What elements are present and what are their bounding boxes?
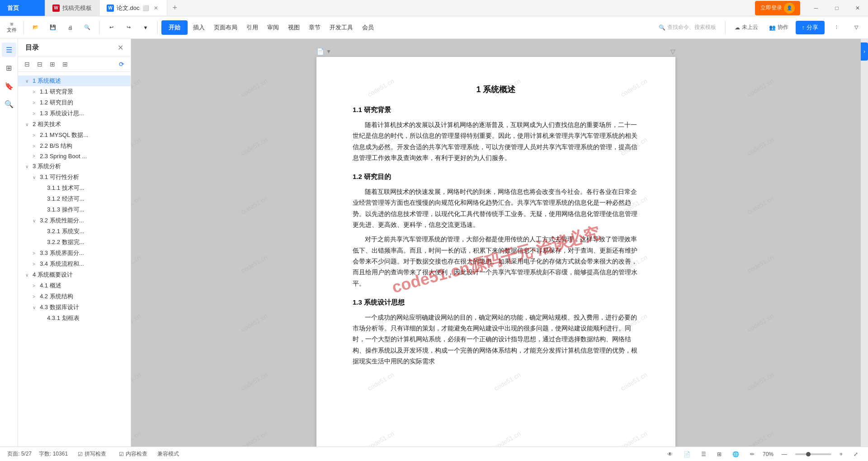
- toc-item[interactable]: >4.2 系统结构: [18, 291, 131, 302]
- toc-item-label: 1.2 研究目的: [40, 99, 127, 107]
- toolbar-save[interactable]: 💾: [45, 19, 61, 37]
- toolbar-print[interactable]: 🖨: [62, 19, 78, 37]
- zoom-slider[interactable]: [795, 453, 831, 455]
- menu-review[interactable]: 审阅: [264, 19, 283, 37]
- toc-arrow-icon: >: [33, 251, 40, 256]
- toc-item[interactable]: ∨4 系统概要设计: [18, 269, 131, 280]
- doc-area[interactable]: code51.cncode51.cncode51.cncode51.cncode…: [131, 39, 861, 447]
- collab-btn[interactable]: 👥 协作: [765, 22, 792, 33]
- view-page-icon: 📄: [684, 451, 690, 457]
- toolbar-preview[interactable]: 🔍: [79, 19, 95, 37]
- toc-item[interactable]: 4.3.1 划框表: [18, 313, 131, 324]
- share-button[interactable]: ↑ 分享: [796, 21, 825, 34]
- spell-check-btn[interactable]: ☑ 拼写检查: [75, 449, 109, 459]
- view-eye-btn[interactable]: 👁: [665, 450, 675, 458]
- doc-tab-close[interactable]: ⬜: [142, 5, 150, 12]
- toc-item[interactable]: >2.2 B/S 结构: [18, 141, 131, 151]
- view-web-btn[interactable]: 🌐: [730, 450, 742, 458]
- sidebar-nav-btn[interactable]: ⊞: [2, 61, 16, 75]
- toc-collapse[interactable]: ⊟: [34, 59, 45, 70]
- toolbar-more[interactable]: ▼: [137, 19, 154, 37]
- toc-item-label: 3.2.2 数据完...: [47, 238, 127, 246]
- doc-expand-btn[interactable]: ▼: [326, 48, 331, 55]
- toc-item[interactable]: ∨3 系统分析: [18, 161, 131, 172]
- toc-item[interactable]: >3.4 系统流程和...: [18, 259, 131, 269]
- toc-item[interactable]: ∨4.3 数据库设计: [18, 302, 131, 313]
- sidebar-toc-btn[interactable]: ☰: [2, 42, 16, 57]
- toc-item[interactable]: >1.2 研究目的: [18, 97, 131, 108]
- toc-item[interactable]: >2.1 MYSQL 数据...: [18, 130, 131, 141]
- toc-item[interactable]: >1.3 系统设计思...: [18, 108, 131, 119]
- toc-item[interactable]: ∨2 相关技术: [18, 119, 131, 130]
- toolbar-undo[interactable]: ↩: [103, 19, 119, 37]
- zoom-in-btn[interactable]: +: [837, 450, 845, 458]
- toc-collapse-all[interactable]: ⊟: [22, 59, 33, 70]
- toolbar-redo[interactable]: ↪: [120, 19, 137, 37]
- view-split-btn[interactable]: ⊞: [714, 450, 724, 458]
- toc-item[interactable]: 3.1.3 操作可...: [18, 204, 131, 215]
- doc-para-3: 对于之前共享汽车管理系统的管理，大部分都是使用传统的人工方式去管理，这样导致了管…: [353, 234, 639, 289]
- right-sidebar-toggle[interactable]: ›: [861, 42, 868, 61]
- menu-insert[interactable]: 插入: [189, 19, 208, 37]
- sidebar-close-btn[interactable]: ✕: [118, 43, 123, 52]
- toc-item-label: 4.3.1 划框表: [47, 314, 127, 322]
- toc-sync-btn[interactable]: ⟳: [116, 59, 127, 70]
- search-cmd[interactable]: 🔍 查找命令、搜索模板: [655, 22, 720, 33]
- start-label: 开始: [169, 24, 180, 32]
- toolbar-expand[interactable]: ▽: [848, 19, 864, 37]
- toc-item[interactable]: 3.2.1 系统安...: [18, 226, 131, 237]
- toc-item-label: 3.3 系统界面分...: [40, 249, 127, 257]
- sidebar-bookmark-btn[interactable]: 🔖: [2, 79, 16, 93]
- toc-item[interactable]: 3.1.1 技术可...: [18, 183, 131, 193]
- tab-doc[interactable]: W 论文.doc ⬜ ✕: [99, 0, 167, 16]
- file-icon: ≡: [10, 21, 13, 27]
- doc-filter-btn[interactable]: ▽: [670, 48, 675, 55]
- toolbar-more-menu[interactable]: ⋮: [828, 19, 844, 37]
- toc-item[interactable]: 3.2.2 数据完...: [18, 237, 131, 248]
- toc-expand-all[interactable]: ⊞: [60, 59, 71, 70]
- tab-home[interactable]: 首页: [0, 0, 45, 16]
- toc-item[interactable]: 3.1.2 经济可...: [18, 193, 131, 204]
- toc-item[interactable]: >2.3 Spring Boot ...: [18, 151, 131, 161]
- doc-heading-1-1: 1.1 研究背景: [353, 106, 639, 114]
- watermark-text: code51.cn: [131, 39, 142, 39]
- toolbar: ≡ 文件 📂 💾 🖨 🔍 ↩ ↪ ▼ 开始 插入 页面布局 引用 审阅 视图 章…: [0, 16, 868, 39]
- toolbar-file[interactable]: ≡ 文件: [4, 19, 20, 37]
- cloud-btn[interactable]: ☁ 未上云: [731, 22, 762, 33]
- login-button[interactable]: 立即登录 👤: [755, 1, 800, 15]
- view-page-btn[interactable]: 📄: [681, 450, 693, 458]
- view-markup-btn[interactable]: ✏: [747, 450, 757, 458]
- toc-item-label: 3 系统分析: [33, 162, 127, 170]
- doc-tab-x[interactable]: ✕: [152, 5, 160, 12]
- toc-expand[interactable]: ⊞: [47, 59, 58, 70]
- maximize-btn[interactable]: □: [826, 0, 847, 16]
- menu-view[interactable]: 视图: [284, 19, 303, 37]
- content-check-btn[interactable]: ☑ 内容检查: [116, 449, 150, 459]
- toolbar-open[interactable]: 📂: [28, 19, 44, 37]
- menu-reference[interactable]: 引用: [243, 19, 262, 37]
- toc-item[interactable]: ∨3.1 可行性分析: [18, 172, 131, 183]
- toc-item[interactable]: ∨3.2 系统性能分...: [18, 215, 131, 226]
- toc-item[interactable]: >3.3 系统界面分...: [18, 248, 131, 259]
- view-outline-btn[interactable]: ☰: [698, 450, 709, 458]
- menu-layout[interactable]: 页面布局: [210, 19, 241, 37]
- zoom-out-btn[interactable]: —: [779, 450, 790, 458]
- close-btn[interactable]: ✕: [847, 0, 868, 16]
- toc-item[interactable]: >1.1 研究背景: [18, 86, 131, 97]
- new-tab-btn[interactable]: +: [167, 0, 183, 16]
- menu-member[interactable]: 会员: [359, 19, 377, 37]
- toc-arrow-icon: ∨: [25, 122, 33, 127]
- watermark-text: code51.cn: [619, 39, 648, 39]
- toc-arrow-icon: >: [33, 294, 40, 299]
- tab-wps[interactable]: W 找稿壳模板: [45, 0, 99, 16]
- menu-devtools[interactable]: 开发工具: [326, 19, 357, 37]
- sidebar-search-btn[interactable]: 🔍: [2, 97, 16, 111]
- cloud-label: 未上云: [742, 24, 758, 31]
- minimize-btn[interactable]: ─: [806, 0, 826, 16]
- toc-item-label: 3.1.2 经济可...: [47, 195, 127, 203]
- toc-item[interactable]: ∨1 系统概述: [18, 75, 131, 86]
- menu-chapter[interactable]: 章节: [305, 19, 324, 37]
- toc-item[interactable]: >4.1 概述: [18, 280, 131, 291]
- start-button[interactable]: 开始: [161, 20, 188, 35]
- fullscreen-btn[interactable]: ⤢: [851, 450, 861, 458]
